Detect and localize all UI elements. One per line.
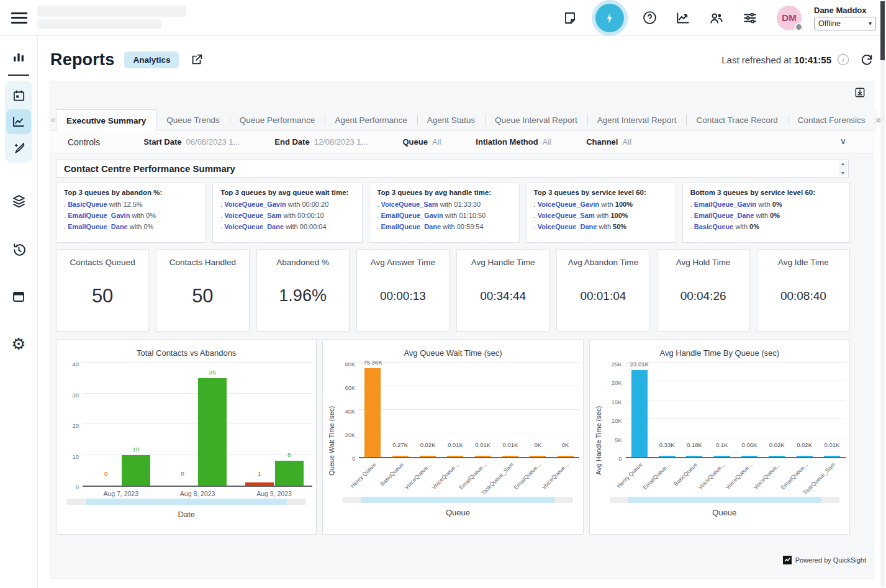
bar[interactable]: 0.18K [686,364,702,457]
kpi-label: Avg Answer Time [371,258,435,267]
queue-link[interactable]: EmailQueue_Dane [68,223,128,230]
queue-link[interactable]: VoiceQueue_Gavin [224,201,286,208]
preferences-sliders-icon[interactable] [739,7,761,29]
bar[interactable]: 0.1K [714,364,730,457]
insights-icon[interactable] [672,7,694,29]
bar[interactable]: 0.06K [741,364,757,457]
people-icon[interactable] [706,7,727,29]
bar-value-label: 0.02K [769,441,785,448]
bar[interactable]: 0K [558,364,574,457]
bar-value-label: 8 [287,451,291,458]
queue-link[interactable]: VoiceQueue_Sam [538,212,595,219]
insight-value: 0% [772,201,782,208]
bar[interactable]: 0K [530,364,546,457]
chart-scrollbar-thumb[interactable] [628,497,821,503]
queue-link[interactable]: EmailQueue_Gavin [694,201,756,208]
chart-scrollbar[interactable] [66,499,306,505]
tab-contact-trace-record[interactable]: Contact Trace Record [686,109,787,130]
chart-scrollbar-thumb[interactable] [86,499,287,505]
bar[interactable]: 0.02K [769,364,785,457]
filter-start-date[interactable]: Start Date06/08/2023 1... [143,137,240,147]
tabs-scroll-left[interactable]: « [50,109,56,130]
joiner-text: with [599,201,615,208]
sidebar-item-layers[interactable] [6,189,31,214]
bolt-button[interactable] [595,4,624,32]
tab-agent-status[interactable]: Agent Status [417,109,485,130]
filter-end-date[interactable]: End Date12/08/2023 1... [274,137,368,147]
queue-link[interactable]: VoiceQueue_Dane [224,223,284,230]
tab-contact-forensics[interactable]: Contact Forensics [788,109,875,130]
info-icon[interactable]: i [838,54,849,65]
chart-scrollbar[interactable] [343,497,572,503]
bar[interactable]: 1 [245,364,274,486]
queue-link[interactable]: VoiceQueue_Gavin [538,201,599,208]
tab-agent-interval-report[interactable]: Agent Interval Report [587,109,687,130]
sidebar-item-calendar[interactable] [6,83,31,108]
queue-link[interactable]: BasicQueue [694,223,734,230]
y-tick-label: 40 [72,361,79,368]
bar[interactable]: 0.01K [447,364,463,457]
external-link-icon[interactable] [190,53,204,66]
avatar[interactable]: DM [777,6,802,30]
tab-agent-performance[interactable]: Agent Performance [325,109,417,130]
filter-queue[interactable]: QueueAll [402,137,441,147]
queue-link[interactable]: VoiceQueue_Sam [381,201,438,208]
sidebar-item-settings[interactable]: ⚙ [6,332,31,356]
bar[interactable]: 0.01K [824,364,840,457]
insight-cards-row: Top 3 queues by abandon %:. BasicQueue w… [56,183,850,243]
bar-rect [447,456,463,457]
bar-slot: 23.01K [626,364,653,457]
refresh-icon[interactable] [860,53,874,66]
sidebar-item-customize[interactable] [6,135,31,160]
bar[interactable]: 35 [198,364,227,486]
bar[interactable]: 8 [275,364,304,486]
queue-link[interactable]: BasicQueue [68,201,107,208]
queue-link[interactable]: VoiceQueue_Dane [538,223,597,230]
bar[interactable]: 0.02K [797,364,813,457]
tab-queue-performance[interactable]: Queue Performance [230,109,325,130]
bar[interactable]: 0.01K [475,364,491,457]
bar[interactable]: 0.02K [420,364,436,457]
chart-scrollbar[interactable] [610,497,839,503]
tab-executive-summary[interactable]: Executive Summary [56,109,156,131]
bar[interactable]: 0 [92,364,120,486]
filter-intiation-method[interactable]: Intiation MethodAll [476,137,551,147]
page-scrollbar-thumb[interactable] [880,1,885,60]
insight-value: 01:10:50 [459,212,486,219]
sidebar-item-metrics[interactable] [6,45,31,70]
kpi-card-contacts-queued: Contacts Queued50 [56,249,149,332]
queue-link[interactable]: EmailQueue_Gavin [68,212,130,219]
bar[interactable]: 75.36K [364,364,381,457]
sidebar-item-reports[interactable] [6,109,31,134]
bar-group: 010 [83,364,159,486]
page-scrollbar[interactable] [880,1,885,587]
hamburger-menu-icon[interactable] [11,12,27,24]
bar[interactable]: 0.27K [392,364,409,457]
bar[interactable]: 0.33K [659,364,675,457]
download-icon[interactable] [854,86,866,101]
sidebar-item-history[interactable] [6,237,31,262]
tab-queue-trends[interactable]: Queue Trends [156,109,230,130]
queue-link[interactable]: EmailQueue_Gavin [381,212,443,219]
help-icon[interactable] [639,7,660,29]
bar[interactable]: 0 [168,364,197,486]
report-tabs: « Executive SummaryQueue TrendsQueue Per… [50,109,874,131]
bar[interactable]: 23.01K [631,364,648,457]
filter-channel[interactable]: ChannelAll [586,137,631,147]
kpi-value: 00:08:40 [780,267,826,331]
bar[interactable]: 10 [122,364,150,486]
controls-bar: Controls Start Date06/08/2023 1...End Da… [50,131,874,153]
queue-link[interactable]: EmailQueue_Dane [381,223,441,230]
status-dropdown[interactable]: Offline ▾ [814,17,876,30]
queue-link[interactable]: VoiceQueue_Sam [224,212,281,219]
summary-scrollbar[interactable]: ▲▼ [839,161,847,176]
controls-collapse-icon[interactable]: ∨ [840,136,846,146]
dashboard-panel: « Executive SummaryQueue TrendsQueue Per… [50,81,874,579]
queue-link[interactable]: EmailQueue_Dane [694,212,754,219]
bar[interactable]: 0.01K [502,364,518,457]
note-icon[interactable] [559,7,581,29]
insight-value: 00:00:10 [297,212,324,219]
tab-queue-interval-report[interactable]: Queue Interval Report [485,109,587,130]
chart-scrollbar-thumb[interactable] [361,497,554,503]
sidebar-item-window[interactable] [6,284,31,309]
